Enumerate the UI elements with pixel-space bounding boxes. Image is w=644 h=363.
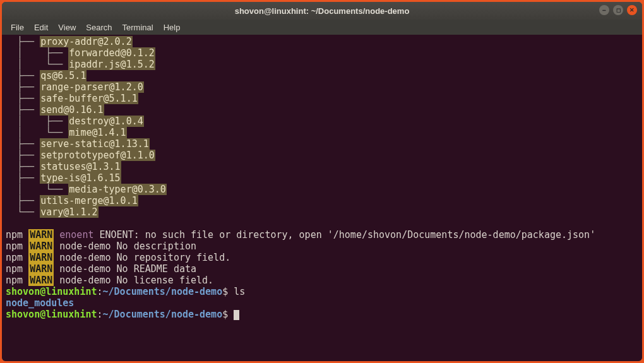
menu-file[interactable]: File [7, 21, 28, 33]
tree-line: ├── range-parser@1.2.0 [6, 81, 638, 93]
cursor [234, 310, 239, 320]
warn-badge: WARN [28, 263, 54, 275]
close-button[interactable]: ✕ [627, 5, 637, 15]
ls-output: node_modules [6, 297, 638, 309]
menu-view[interactable]: View [54, 21, 80, 33]
prompt-path: ~/Documents/node-demo [103, 286, 223, 297]
menu-help[interactable]: Help [160, 21, 184, 33]
dep-serve-static: serve-static@1.13.1 [40, 138, 150, 150]
tree-line: │ ├── destroy@1.0.4 [6, 116, 638, 127]
menubar: File Edit View Search Terminal Help [2, 20, 642, 35]
warn-line: npm WARN node-demo No repository field. [6, 252, 638, 263]
tree-line: ├── utils-merge@1.0.1 [6, 195, 638, 206]
tree-line: ├── serve-static@1.13.1 [6, 138, 638, 150]
menu-terminal[interactable]: Terminal [119, 21, 157, 33]
warn-badge: WARN [28, 229, 54, 241]
dep-statuses: statuses@1.3.1 [40, 161, 121, 172]
dep-proxy-addr: proxy-addr@2.0.2 [40, 36, 133, 47]
dep-setprototypeof: setprototypeof@1.1.0 [40, 150, 155, 161]
window-controls: ‒ ◻ ✕ [599, 5, 637, 15]
prompt-user: shovon@linuxhint [6, 286, 97, 297]
dep-send: send@0.16.1 [40, 104, 104, 116]
prompt-path: ~/Documents/node-demo [103, 309, 223, 320]
titlebar: shovon@linuxhint: ~/Documents/node-demo … [2, 2, 642, 20]
tree-line: ├── setprototypeof@1.1.0 [6, 150, 638, 161]
dep-type-is: type-is@1.6.15 [40, 172, 121, 184]
warn-line: npm WARN node-demo No description [6, 241, 638, 252]
maximize-button[interactable]: ◻ [613, 5, 623, 15]
warn-line: npm WARN enoent ENOENT: no such file or … [6, 229, 638, 241]
tree-line: │ ├── forwarded@0.1.2 [6, 47, 638, 59]
prompt-line: shovon@linuxhint:~/Documents/node-demo$ [6, 309, 638, 320]
command-ls: ls [234, 286, 245, 297]
dep-range-parser: range-parser@1.2.0 [40, 81, 144, 93]
dep-destroy: destroy@1.0.4 [68, 116, 143, 127]
dep-utils-merge: utils-merge@1.0.1 [40, 195, 138, 206]
tree-line: ├── type-is@1.6.15 [6, 172, 638, 184]
dep-forwarded: forwarded@0.1.2 [68, 47, 155, 59]
terminal-window: shovon@linuxhint: ~/Documents/node-demo … [2, 2, 642, 361]
warn-badge: WARN [28, 241, 54, 252]
dep-media-typer: media-typer@0.3.0 [68, 184, 167, 195]
tree-line: │ └── ipaddr.js@1.5.2 [6, 59, 638, 70]
tree-line: │ └── media-typer@0.3.0 [6, 184, 638, 195]
dep-vary: vary@1.1.2 [40, 206, 98, 218]
minimize-button[interactable]: ‒ [599, 5, 609, 15]
dep-mime: mime@1.4.1 [68, 127, 126, 138]
dir-node-modules: node_modules [6, 297, 74, 309]
dep-qs: qs@6.5.1 [40, 70, 86, 81]
dep-safe-buffer: safe-buffer@5.1.1 [40, 93, 138, 104]
terminal-body[interactable]: ├── proxy-addr@2.0.2 │ ├── forwarded@0.1… [2, 35, 642, 361]
tree-line: ├── send@0.16.1 [6, 104, 638, 116]
tree-line: └── vary@1.1.2 [6, 206, 638, 218]
dep-ipaddr: ipaddr.js@1.5.2 [68, 59, 155, 70]
tree-line: ├── proxy-addr@2.0.2 [6, 36, 638, 47]
prompt-line: shovon@linuxhint:~/Documents/node-demo$ … [6, 286, 638, 297]
tree-line: ├── safe-buffer@5.1.1 [6, 93, 638, 104]
blank-line [6, 218, 638, 229]
menu-search[interactable]: Search [82, 21, 116, 33]
tree-line: ├── statuses@1.3.1 [6, 161, 638, 172]
tree-line: │ └── mime@1.4.1 [6, 127, 638, 138]
warn-line: npm WARN node-demo No README data [6, 263, 638, 275]
window-title: shovon@linuxhint: ~/Documents/node-demo [235, 6, 410, 16]
warn-badge: WARN [28, 252, 54, 263]
warn-line: npm WARN node-demo No license field. [6, 275, 638, 286]
tree-line: ├── qs@6.5.1 [6, 70, 638, 81]
menu-edit[interactable]: Edit [30, 21, 52, 33]
prompt-user: shovon@linuxhint [6, 309, 97, 320]
warn-badge: WARN [28, 275, 54, 286]
